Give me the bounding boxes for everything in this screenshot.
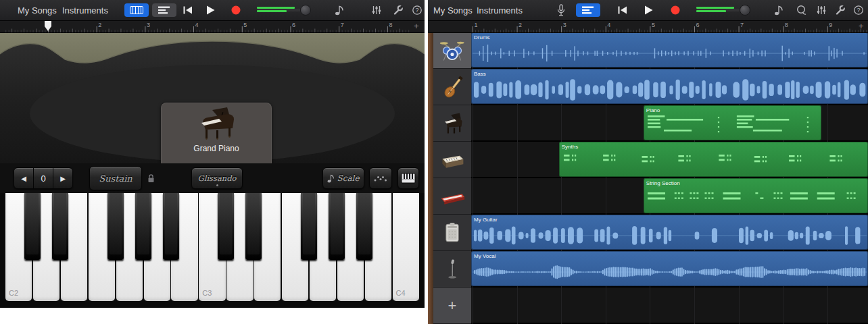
amp-icon [439, 219, 466, 246]
track-header-synth[interactable] [433, 142, 471, 178]
microphone-icon[interactable] [556, 4, 566, 17]
black-key[interactable] [52, 193, 68, 260]
black-key-face [303, 193, 315, 254]
track-header-mic[interactable] [433, 251, 471, 288]
help-icon[interactable]: ? [412, 5, 423, 16]
add-bars-button[interactable]: + [414, 21, 419, 31]
scale-button[interactable]: Scale [322, 167, 364, 189]
region-my-vocal[interactable]: My Vocal [471, 251, 868, 286]
rewind-button[interactable] [617, 5, 628, 16]
octave-stepper[interactable]: ◀ 0 ▶ [14, 167, 73, 189]
note-icon [327, 174, 334, 183]
svg-text:9: 9 [829, 22, 832, 28]
tracks-view-toggle[interactable] [152, 3, 176, 17]
svg-text:5: 5 [652, 22, 655, 28]
tracks-view: My Songs Instruments [428, 0, 868, 324]
instrument-selector[interactable]: Grand Piano [161, 103, 272, 169]
play-button[interactable] [205, 5, 216, 16]
right-ruler: 123456789 + [428, 20, 868, 33]
meter-bar-left [696, 7, 734, 9]
black-key[interactable] [218, 193, 234, 260]
grand-piano-image [189, 103, 243, 142]
black-key[interactable] [301, 193, 317, 260]
mini-keyboard-icon [401, 172, 416, 184]
audio-waveform [473, 41, 867, 65]
add-track-button[interactable]: + [433, 288, 471, 324]
region-synths[interactable]: Synths [559, 142, 868, 177]
help-icon[interactable]: ? [853, 5, 864, 16]
play-button[interactable] [643, 5, 654, 16]
audio-waveform [473, 223, 867, 248]
svg-text:4: 4 [195, 22, 199, 28]
key-label: C3 [202, 289, 212, 297]
piano-body: Grand Piano [0, 32, 425, 163]
volume-knob[interactable] [300, 5, 311, 16]
add-bars-button[interactable]: + [859, 21, 864, 31]
track-header-piano[interactable] [433, 105, 471, 142]
octave-up-button[interactable]: ▶ [53, 168, 72, 188]
my-songs-button[interactable]: My Songs [433, 5, 473, 16]
svg-text:1: 1 [475, 22, 478, 28]
instruments-button[interactable]: Instruments [477, 5, 523, 16]
black-key[interactable] [163, 193, 179, 260]
svg-text:?: ? [857, 7, 860, 14]
track-header-drums[interactable] [433, 32, 471, 69]
arpeggiator-icon [373, 173, 388, 183]
midi-notes [645, 112, 821, 139]
black-key[interactable] [329, 193, 345, 260]
arpeggiator-button[interactable] [369, 167, 392, 189]
keyboard-layout-button[interactable] [397, 167, 419, 189]
black-key[interactable] [245, 193, 262, 260]
region-label: My Guitar [474, 217, 498, 223]
track-header-column: + [433, 32, 471, 324]
note-icon[interactable] [774, 5, 783, 16]
region-bass[interactable]: Bass [471, 69, 868, 104]
left-arrow-icon: ◀ [21, 175, 26, 182]
black-key[interactable] [24, 193, 41, 260]
black-key-face [220, 193, 232, 254]
octave-down-button[interactable]: ◀ [14, 168, 34, 188]
keyboard-instrument-view: My Songs Instruments [0, 0, 425, 308]
tracks-view-icon [581, 6, 595, 14]
my-songs-button[interactable]: My Songs [18, 5, 57, 16]
region-string-section[interactable]: String Section [644, 178, 868, 213]
tracks-view-toggle[interactable] [576, 3, 600, 17]
wrench-icon[interactable] [835, 5, 846, 16]
black-key-face [137, 193, 149, 254]
mixer-icon[interactable] [371, 5, 382, 16]
glissando-button[interactable]: Glissando [191, 167, 243, 189]
track-header-amp[interactable] [433, 215, 471, 251]
black-key[interactable] [356, 193, 372, 260]
level-meter [696, 6, 764, 14]
right-toolbar: My Songs Instruments [428, 0, 868, 21]
track-header-strings[interactable] [433, 178, 471, 215]
keyboard-view-toggle[interactable] [124, 3, 149, 17]
instruments-button[interactable]: Instruments [62, 5, 108, 16]
loop-browser-icon[interactable] [796, 5, 806, 16]
black-key[interactable] [135, 193, 151, 260]
svg-text:6: 6 [696, 22, 700, 28]
piano-keyboard: C2C3C4 [0, 193, 425, 308]
region-drums[interactable]: Drums [471, 32, 868, 68]
playhead[interactable] [45, 21, 51, 31]
svg-text:6: 6 [292, 22, 295, 28]
record-button[interactable] [670, 5, 681, 16]
note-icon[interactable] [335, 5, 344, 16]
octave-value: 0 [34, 168, 53, 188]
wrench-icon[interactable] [393, 5, 404, 16]
tracks-view-icon [158, 6, 171, 14]
mixer-icon[interactable] [816, 5, 827, 16]
record-button[interactable] [231, 5, 241, 16]
sustain-button[interactable]: Sustain [89, 166, 142, 190]
right-arrow-icon: ▶ [60, 175, 66, 182]
region-my-guitar[interactable]: My Guitar [471, 215, 868, 250]
track-header-bass[interactable] [433, 69, 471, 105]
region-piano[interactable]: Piano [644, 105, 822, 140]
lock-icon[interactable] [147, 173, 155, 184]
rewind-button[interactable] [183, 5, 193, 16]
meter-bar-left [257, 7, 295, 9]
volume-knob[interactable] [740, 5, 750, 16]
white-key[interactable]: C4 [393, 193, 419, 301]
black-key[interactable] [107, 193, 124, 260]
svg-text:2: 2 [519, 22, 522, 28]
